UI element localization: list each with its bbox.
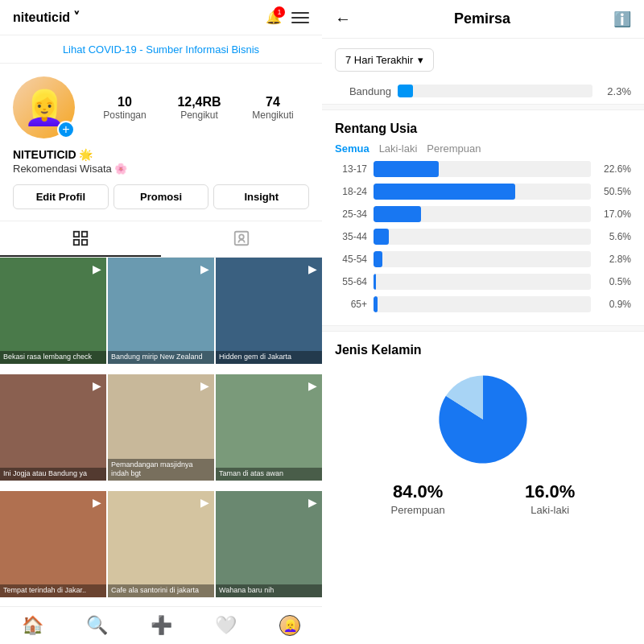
info-icon[interactable]: ℹ️ — [613, 10, 631, 28]
age-bar-wrap — [374, 206, 591, 222]
age-percentage: 22.6% — [597, 163, 631, 175]
covid-link[interactable]: Lihat COVID-19 - Sumber Informasi Bisnis — [63, 43, 259, 56]
followers-stat[interactable]: 12,4RB Pengikut — [177, 95, 221, 121]
age-range-label: 55-64 — [335, 276, 367, 287]
age-bar-wrap — [374, 251, 591, 267]
age-filter-perempuan[interactable]: Perempuan — [427, 142, 481, 155]
pie-chart-wrap — [335, 367, 631, 472]
home-icon[interactable]: 🏠 — [22, 615, 43, 636]
play-icon: ▶ — [308, 496, 317, 509]
age-bars: 13-17 22.6% 18-24 50.5% 25-34 17.0% 35-4… — [322, 161, 644, 319]
age-bar-fill — [374, 251, 382, 267]
age-bar-row: 18-24 50.5% — [335, 184, 631, 200]
posts-stat: 10 Postingan — [103, 95, 146, 121]
date-filter-button[interactable]: 7 Hari Terakhir ▾ — [335, 48, 434, 72]
play-icon: ▶ — [200, 496, 209, 509]
promosi-button[interactable]: Promosi — [114, 184, 209, 209]
play-icon: ▶ — [308, 379, 317, 392]
male-legend: 16.0% Laki-laki — [525, 481, 575, 516]
age-bar-row: 55-64 0.5% — [335, 274, 631, 290]
location-bar-wrap — [398, 85, 592, 97]
create-post-icon[interactable]: ➕ — [151, 615, 172, 636]
age-range-label: 65+ — [335, 299, 367, 310]
grid-caption: Bekasi rasa lembang check — [0, 351, 106, 364]
age-percentage: 17.0% — [597, 208, 631, 220]
username-text: niteuticid — [13, 10, 70, 25]
grid-item[interactable]: ▶ Bandung mirip New Zealand — [108, 258, 214, 364]
grid-item[interactable]: ▶ Hidden gem di Jakarta — [216, 258, 322, 364]
age-filter-semua[interactable]: Semua — [335, 142, 369, 155]
age-bar-wrap — [374, 274, 591, 290]
age-bar-fill — [374, 184, 515, 200]
grid-caption: Tempat terindah di Jakar.. — [0, 584, 106, 597]
followers-label: Pengikut — [177, 109, 221, 121]
age-range-label: 18-24 — [335, 186, 367, 197]
grid-caption: Bandung mirip New Zealand — [108, 351, 214, 364]
back-button[interactable]: ← — [335, 10, 351, 28]
right-header: ← Pemirsa ℹ️ — [322, 0, 644, 39]
profile-nav-avatar[interactable]: 👱‍♀️ — [279, 615, 300, 636]
age-bar-fill — [374, 229, 389, 245]
gender-legend: 84.0% Perempuan 16.0% Laki-laki — [335, 481, 631, 516]
age-bar-fill — [374, 206, 421, 222]
grid-item[interactable]: ▶ Taman di atas awan — [216, 374, 322, 481]
age-filter-row: Semua Laki-laki Perempuan — [322, 142, 644, 161]
edit-profile-button[interactable]: Edit Profil — [13, 184, 109, 209]
stats-row: 10 Postingan 12,4RB Pengikut 74 Mengikut… — [88, 95, 309, 121]
grid-tab[interactable] — [0, 221, 161, 257]
location-row: Bandung 2.3% — [335, 85, 631, 97]
notification-count: 1 — [274, 6, 285, 18]
content-tabs — [0, 221, 322, 258]
age-range-label: 35-44 — [335, 231, 367, 242]
age-range-label: 45-54 — [335, 254, 367, 265]
notification-bell[interactable]: 🔔 1 — [266, 10, 282, 25]
play-icon: ▶ — [93, 262, 101, 275]
svg-rect-2 — [74, 240, 79, 245]
age-percentage: 5.6% — [597, 231, 631, 242]
age-bar-row: 65+ 0.9% — [335, 296, 631, 312]
header: niteuticid ˅ 🔔 1 — [0, 0, 322, 35]
age-bar-fill — [374, 161, 439, 177]
location-section: Bandung 2.3% — [322, 78, 644, 104]
posts-label: Postingan — [103, 109, 146, 121]
left-panel: niteuticid ˅ 🔔 1 Lihat COVID-19 - Sumber… — [0, 0, 322, 644]
grid-item[interactable]: ▶ Wahana baru nih — [216, 491, 322, 597]
grid-item[interactable]: ▶ Bekasi rasa lembang check — [0, 258, 106, 364]
age-bar-wrap — [374, 161, 591, 177]
add-story-button[interactable]: + — [57, 121, 75, 138]
bottom-nav: 🏠 🔍 ➕ 🤍 👱‍♀️ — [0, 606, 322, 644]
age-filter-lakilaki[interactable]: Laki-laki — [379, 142, 418, 155]
location-name: Bandung — [335, 85, 391, 97]
age-percentage: 0.5% — [597, 276, 631, 287]
profile-description: Rekomendasi Wisata 🌸 — [13, 163, 309, 175]
grid-item[interactable]: ▶ Tempat terindah di Jakar.. — [0, 491, 106, 597]
insight-button[interactable]: Insight — [213, 184, 309, 209]
following-count: 74 — [252, 95, 293, 109]
male-pct: 16.0% — [525, 481, 575, 502]
svg-rect-1 — [82, 232, 87, 237]
play-icon: ▶ — [200, 379, 209, 392]
profile-name: NITEUTICID 🌟 — [13, 148, 309, 161]
location-percentage: 2.3% — [599, 85, 631, 97]
grid-item[interactable]: ▶ Pemandangan masjidnya indah bgt — [108, 374, 214, 481]
gender-section: Jenis Kelamin 84.0% Perempuan 16.0% Laki… — [322, 332, 644, 522]
tagged-tab[interactable] — [161, 221, 322, 257]
profile-section: 👱‍♀️ + 10 Postingan 12,4RB Pengikut 74 M… — [0, 64, 322, 145]
age-percentage: 2.8% — [597, 254, 631, 265]
right-panel: ← Pemirsa ℹ️ 7 Hari Terakhir ▾ Bandung 2… — [322, 0, 644, 644]
menu-button[interactable] — [291, 12, 309, 23]
following-stat[interactable]: 74 Mengikuti — [252, 95, 293, 121]
grid-item[interactable]: ▶ Cafe ala santorini di jakarta — [108, 491, 214, 597]
page-title: Pemirsa — [454, 10, 510, 27]
grid-item[interactable]: ▶ Ini Jogja atau Bandung ya — [0, 374, 106, 481]
pie-chart — [431, 367, 535, 472]
age-bar-wrap — [374, 184, 591, 200]
age-bar-fill — [374, 296, 378, 312]
search-icon[interactable]: 🔍 — [86, 615, 108, 636]
username-area[interactable]: niteuticid ˅ — [13, 10, 80, 25]
age-percentage: 0.9% — [597, 299, 631, 310]
chevron-down-icon: ▾ — [418, 54, 423, 66]
age-bar-row: 25-34 17.0% — [335, 206, 631, 222]
avatar-wrap: 👱‍♀️ + — [13, 76, 75, 138]
heart-icon[interactable]: 🤍 — [215, 615, 237, 636]
